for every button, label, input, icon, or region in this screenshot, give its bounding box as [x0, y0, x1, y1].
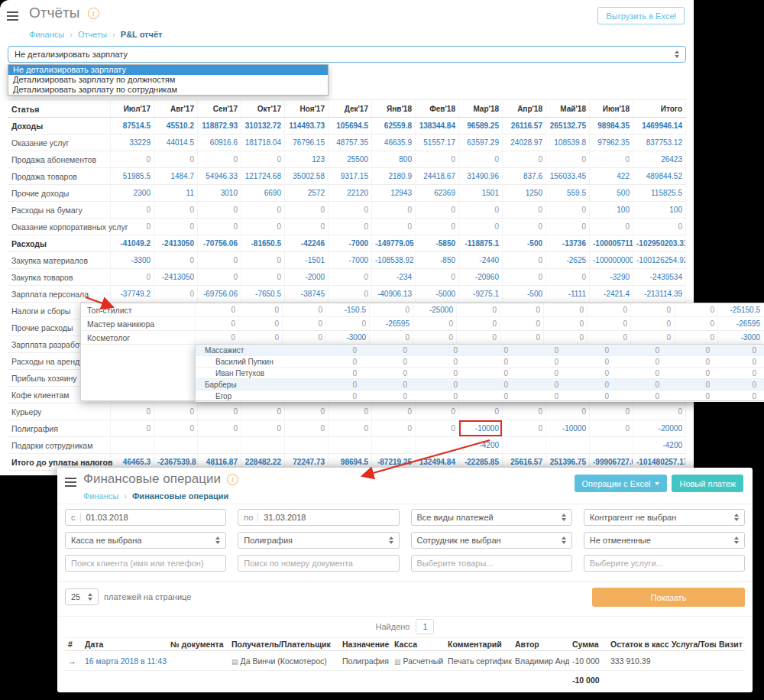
- pl-row-label: Оказание услуг: [8, 134, 111, 151]
- date-to-value: 31.03.2018: [264, 513, 306, 522]
- breadcrumb-reports[interactable]: Отчеты: [78, 30, 107, 39]
- position-value-cell: 0: [196, 331, 239, 344]
- excel-operations-label: Операции с Excel: [582, 479, 651, 488]
- divider: [57, 504, 753, 504]
- salary-detail-option[interactable]: Детализировать зарплату по должностям: [8, 75, 328, 85]
- date-to-field[interactable]: по 31.03.2018: [238, 509, 399, 526]
- pl-row-label: Курьеру: [8, 403, 111, 420]
- menu-icon[interactable]: [7, 11, 18, 21]
- per-page-control: 25 платежей на странице: [65, 588, 191, 605]
- position-value-cell: 0: [457, 317, 500, 330]
- pl-value-cell: 0: [111, 269, 154, 285]
- pl-value-cell: 0: [590, 219, 633, 235]
- employee-value-cell: 0: [562, 391, 613, 401]
- employee-value-cell: 0: [461, 356, 512, 367]
- screenshot-canvas: Отчёты i Выгрузить в Excel Финансы › Отч…: [0, 0, 764, 700]
- cashbox-select[interactable]: Касса не выбрана: [65, 532, 226, 549]
- col-purpose: Назначение: [339, 640, 391, 649]
- pl-value-cell: 0: [111, 151, 154, 167]
- salary-employees-popup: Массажист000000000Василий Пупкин00000000…: [195, 344, 764, 401]
- col-service: Услуга/Товар: [668, 640, 716, 649]
- pl-value-cell: [241, 437, 285, 453]
- employee-value-cell: 0: [461, 379, 512, 390]
- excel-operations-button[interactable]: Операции с Excel: [575, 475, 668, 492]
- services-select-input[interactable]: [584, 555, 745, 572]
- per-page-select[interactable]: 25: [65, 588, 99, 605]
- position-value-cell: 0: [631, 317, 675, 330]
- pl-value-cell: 837753.12: [633, 134, 686, 151]
- breadcrumb-finances[interactable]: Финансы: [29, 30, 64, 39]
- col-document: № документа: [167, 640, 228, 649]
- info-icon[interactable]: i: [227, 474, 238, 485]
- show-button[interactable]: Показать: [592, 588, 745, 607]
- employee-value-cell: 0: [361, 356, 411, 367]
- employee-value-cell: 0: [361, 379, 411, 390]
- salary-detail-option[interactable]: Детализировать зарплату по сотрудникам: [8, 85, 328, 95]
- pl-value-cell: [111, 437, 154, 453]
- position-value-cell: 0: [675, 317, 718, 330]
- breadcrumb-finances[interactable]: Финансы: [83, 491, 118, 501]
- pl-value-cell: 500: [590, 185, 633, 201]
- contractor-value: Контрагент не выбран: [590, 513, 677, 522]
- position-value-cell: 0: [239, 331, 283, 344]
- pl-value-cell: 0: [546, 202, 590, 218]
- pl-table-row: Закупка товаров0-241305000-20000-2340-20…: [8, 269, 686, 286]
- operation-date-link[interactable]: 16 марта 2018 в 11:43: [85, 656, 167, 666]
- employee-value-cell: 0: [411, 356, 461, 367]
- employee-value-cell: 0: [613, 391, 663, 401]
- date-from-field[interactable]: с 01.03.2018: [65, 509, 226, 526]
- goods-select-input[interactable]: [411, 555, 572, 572]
- employee-value-cell: 0: [613, 379, 663, 390]
- document-search-input[interactable]: [238, 555, 399, 572]
- employee-row: Василий Пупкин000000000: [196, 356, 764, 368]
- salary-detail-select[interactable]: Не детализировать зарплату: [8, 46, 686, 63]
- pl-value-cell: 0: [241, 252, 285, 268]
- finops-actions: Операции с Excel Новый платеж: [575, 475, 744, 492]
- pl-value-cell: 0: [459, 219, 503, 235]
- salary-select-dropdown: Не детализировать зарплатуДетализировать…: [8, 64, 329, 96]
- pl-value-cell: 0: [111, 403, 154, 420]
- pl-value-cell: 0: [416, 151, 459, 167]
- pl-value-cell: [590, 437, 633, 453]
- employee-select[interactable]: Сотрудник не выбран: [411, 532, 572, 549]
- salary-detail-option[interactable]: Не детализировать зарплату: [8, 65, 328, 75]
- pl-table-row: Полиграфия00000000-100000-100000-20000: [8, 420, 686, 437]
- pl-value-cell: 0: [503, 403, 546, 420]
- pl-value-cell: 0: [198, 269, 241, 285]
- employee-value-cell: 0: [663, 379, 714, 390]
- salary-select-value: Не детализировать зарплату: [15, 50, 128, 59]
- pl-value-cell: [503, 437, 546, 453]
- position-value-cell: 0: [196, 317, 239, 330]
- employee-total-cell: 0: [714, 379, 762, 390]
- pl-value-cell: -38745: [285, 286, 329, 302]
- payment-type-select[interactable]: Все виды платежей: [411, 509, 572, 526]
- pl-value-cell: -118875.1: [459, 235, 503, 251]
- operations-total-row: -10 000: [65, 671, 745, 689]
- pl-value-cell: 0: [329, 202, 372, 218]
- pl-value-cell: 0: [503, 269, 546, 285]
- pl-value-cell: 837.6: [503, 168, 546, 184]
- employee-value-cell: 0: [562, 368, 613, 378]
- page-1-button[interactable]: 1: [416, 619, 434, 634]
- client-search-input[interactable]: [65, 555, 226, 572]
- status-select[interactable]: Не отмененные: [584, 532, 745, 549]
- pl-row-label: Оказание корпоративных услуг: [8, 219, 111, 235]
- info-icon[interactable]: i: [88, 8, 99, 19]
- purpose-select[interactable]: Полиграфия: [238, 532, 399, 549]
- contractor-select[interactable]: Контрагент не выбран: [584, 509, 745, 526]
- pl-value-cell: 1484.7: [154, 168, 198, 184]
- pl-value-cell: -1501: [285, 252, 329, 268]
- new-payment-button[interactable]: Новый платеж: [672, 475, 743, 492]
- pl-value-cell: 156033.45: [546, 168, 590, 184]
- pl-table-row: Закупка материалов-3300000-1501-7000-108…: [8, 252, 686, 269]
- pl-column-header: Фев'18: [416, 100, 459, 117]
- export-excel-button[interactable]: Выгрузить в Excel: [597, 7, 685, 24]
- position-value-cell: 0: [500, 331, 544, 344]
- operation-row[interactable]: → 16 марта 2018 в 11:43 ▤Да Винчи (Космо…: [65, 651, 745, 671]
- pl-value-cell: 100: [633, 202, 686, 218]
- pl-value-cell: 22120: [329, 185, 372, 201]
- menu-icon[interactable]: [65, 478, 76, 487]
- pl-value-cell: -4200: [633, 437, 686, 453]
- pl-value-cell: 35002.58: [285, 168, 329, 184]
- filters-panel: с 01.03.2018 по 31.03.2018 Все виды плат…: [65, 509, 745, 572]
